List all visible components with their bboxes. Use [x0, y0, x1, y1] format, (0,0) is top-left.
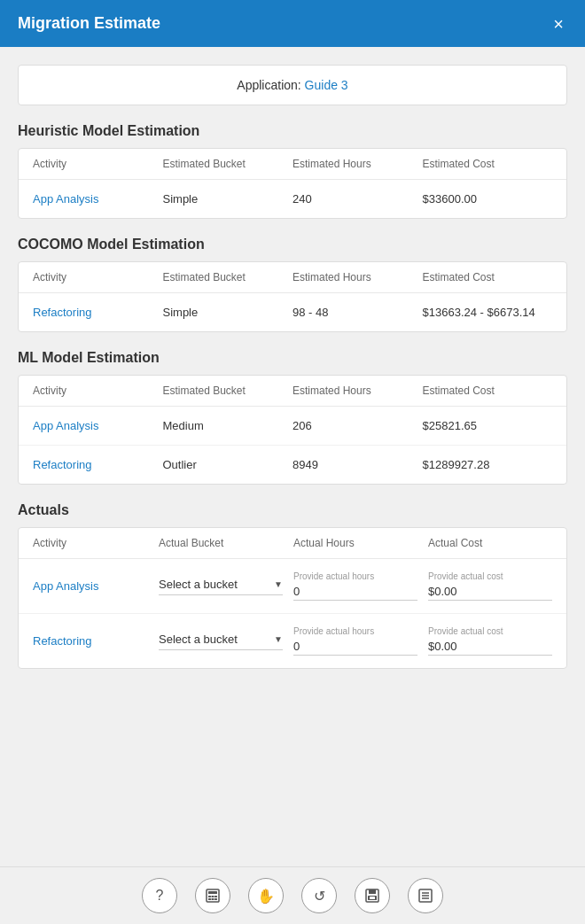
ml-col-bucket: Estimated Bucket: [163, 384, 293, 397]
ml-table-header: Activity Estimated Bucket Estimated Hour…: [19, 376, 566, 407]
table-row: Refactoring Outlier 8949 $1289927.28: [19, 446, 566, 484]
svg-rect-9: [369, 889, 376, 894]
cocomo-row0-hours: 98 - 48: [292, 306, 423, 319]
actuals-row1-hours-group: Provide actual hours: [293, 626, 417, 656]
actuals-section-title: Actuals: [18, 502, 567, 518]
actuals-row1-bucket-select[interactable]: Select a bucket Simple Medium Complex Ou…: [159, 633, 270, 646]
table-row: Refactoring Select a bucket Simple Mediu…: [19, 614, 566, 668]
actuals-row0-bucket-select[interactable]: Select a bucket Simple Medium Complex Ou…: [159, 578, 270, 591]
reset-button[interactable]: ↺: [301, 878, 337, 913]
modal-header: Migration Estimate ×: [0, 0, 585, 47]
cocomo-row0-cost: $13663.24 - $6673.14: [423, 306, 553, 319]
ml-col-activity: Activity: [33, 384, 163, 397]
actuals-col-bucket: Actual Bucket: [159, 537, 283, 549]
ml-col-hours: Estimated Hours: [292, 384, 423, 397]
svg-rect-6: [212, 898, 214, 900]
application-label: Application:: [237, 78, 300, 92]
heuristic-row0-activity[interactable]: App Analysis: [33, 192, 163, 206]
actuals-row1-hours-label: Provide actual hours: [293, 626, 417, 636]
list-button[interactable]: [408, 878, 443, 913]
actuals-row1-hours-input[interactable]: [293, 638, 417, 656]
cocomo-section-title: COCOMO Model Estimation: [18, 237, 567, 252]
heuristic-table: Activity Estimated Bucket Estimated Hour…: [18, 148, 567, 219]
hand-button[interactable]: ✋: [248, 878, 284, 913]
footer-toolbar: ? ✋ ↺: [0, 866, 585, 924]
svg-rect-4: [214, 896, 217, 897]
svg-rect-3: [212, 896, 214, 897]
heuristic-col-bucket: Estimated Bucket: [163, 158, 293, 170]
actuals-row1-cost-label: Provide actual cost: [428, 626, 552, 636]
heuristic-row0-bucket: Simple: [163, 192, 293, 206]
cocomo-table: Activity Estimated Bucket Estimated Hour…: [18, 261, 567, 332]
chevron-down-icon: ▼: [274, 634, 283, 644]
cocomo-col-cost: Estimated Cost: [423, 271, 553, 283]
save-button[interactable]: [355, 878, 390, 913]
help-button[interactable]: ?: [142, 878, 177, 913]
svg-rect-5: [208, 898, 211, 900]
svg-rect-11: [370, 897, 375, 899]
actuals-row0-cost-input[interactable]: [428, 583, 552, 601]
ml-row1-hours: 8949: [292, 458, 423, 471]
ml-row1-activity[interactable]: Refactoring: [33, 458, 163, 471]
actuals-row1-bucket-wrapper: Select a bucket Simple Medium Complex Ou…: [159, 633, 283, 650]
svg-rect-7: [214, 898, 217, 900]
heuristic-col-activity: Activity: [33, 158, 163, 170]
ml-col-cost: Estimated Cost: [423, 384, 553, 397]
cocomo-row0-activity[interactable]: Refactoring: [33, 306, 163, 319]
ml-row0-activity[interactable]: App Analysis: [33, 419, 163, 432]
ml-row1-bucket: Outlier: [163, 458, 293, 471]
heuristic-col-hours: Estimated Hours: [292, 158, 423, 170]
chevron-down-icon: ▼: [274, 579, 283, 589]
ml-row1-cost: $1289927.28: [423, 458, 553, 471]
actuals-row1-cost-input[interactable]: [428, 638, 552, 656]
actuals-col-hours: Actual Hours: [293, 537, 417, 549]
actuals-row0-hours-group: Provide actual hours: [293, 571, 417, 601]
modal-container: Migration Estimate × Application: Guide …: [0, 0, 585, 924]
table-row: App Analysis Simple 240 $33600.00: [19, 180, 566, 218]
modal-body: Application: Guide 3 Heuristic Model Est…: [0, 47, 585, 866]
heuristic-row0-hours: 240: [292, 192, 423, 206]
cocomo-table-header: Activity Estimated Bucket Estimated Hour…: [19, 262, 566, 293]
modal-title: Migration Estimate: [18, 14, 160, 33]
actuals-row0-cost-group: Provide actual cost: [428, 571, 552, 601]
cocomo-col-hours: Estimated Hours: [292, 271, 423, 283]
table-row: Refactoring Simple 98 - 48 $13663.24 - $…: [19, 293, 566, 331]
cocomo-col-bucket: Estimated Bucket: [163, 271, 293, 283]
actuals-col-cost: Actual Cost: [428, 537, 552, 549]
table-row: App Analysis Select a bucket Simple Medi…: [19, 559, 566, 614]
svg-rect-2: [208, 896, 211, 897]
actuals-row0-bucket-wrapper: Select a bucket Simple Medium Complex Ou…: [159, 578, 283, 595]
ml-row0-cost: $25821.65: [423, 419, 553, 432]
actuals-table: Activity Actual Bucket Actual Hours Actu…: [18, 527, 567, 669]
cocomo-row0-bucket: Simple: [163, 306, 293, 319]
actuals-row0-hours-input[interactable]: [293, 583, 417, 601]
actuals-col-activity: Activity: [33, 537, 148, 549]
svg-rect-1: [208, 891, 217, 894]
application-link[interactable]: Guide 3: [305, 78, 348, 92]
table-row: App Analysis Medium 206 $25821.65: [19, 407, 566, 446]
actuals-row1-activity[interactable]: Refactoring: [33, 634, 148, 648]
actuals-table-header: Activity Actual Bucket Actual Hours Actu…: [19, 528, 566, 559]
ml-row0-hours: 206: [292, 419, 423, 432]
actuals-row0-activity[interactable]: App Analysis: [33, 579, 148, 593]
close-button[interactable]: ×: [550, 15, 567, 33]
actuals-row1-cost-group: Provide actual cost: [428, 626, 552, 656]
actuals-row0-cost-label: Provide actual cost: [428, 571, 552, 581]
cocomo-col-activity: Activity: [33, 271, 163, 283]
heuristic-table-header: Activity Estimated Bucket Estimated Hour…: [19, 149, 566, 180]
application-bar: Application: Guide 3: [18, 65, 567, 105]
heuristic-row0-cost: $33600.00: [423, 192, 553, 206]
calculator-button[interactable]: [195, 878, 230, 913]
ml-row0-bucket: Medium: [163, 419, 293, 432]
ml-table: Activity Estimated Bucket Estimated Hour…: [18, 375, 567, 485]
heuristic-col-cost: Estimated Cost: [423, 158, 553, 170]
heuristic-section-title: Heuristic Model Estimation: [18, 123, 567, 139]
actuals-row0-hours-label: Provide actual hours: [293, 571, 417, 581]
ml-section-title: ML Model Estimation: [18, 350, 567, 366]
